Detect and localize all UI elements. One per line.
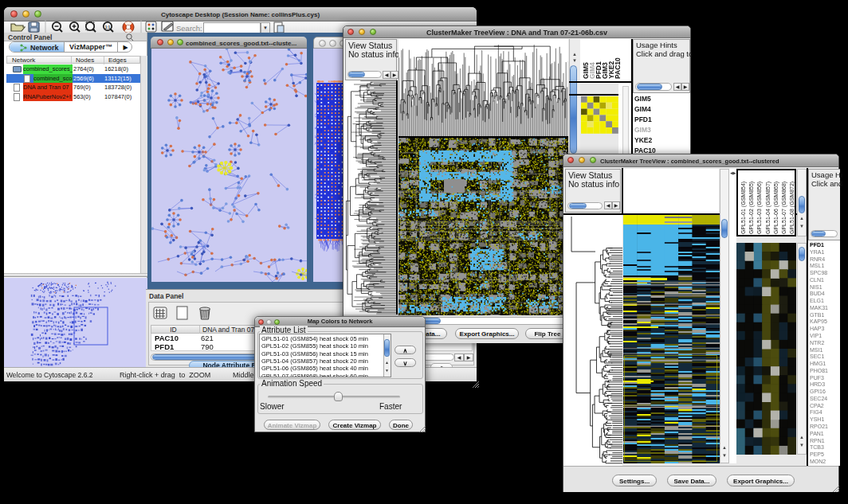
svg-text:1:1: 1:1 xyxy=(105,25,111,29)
